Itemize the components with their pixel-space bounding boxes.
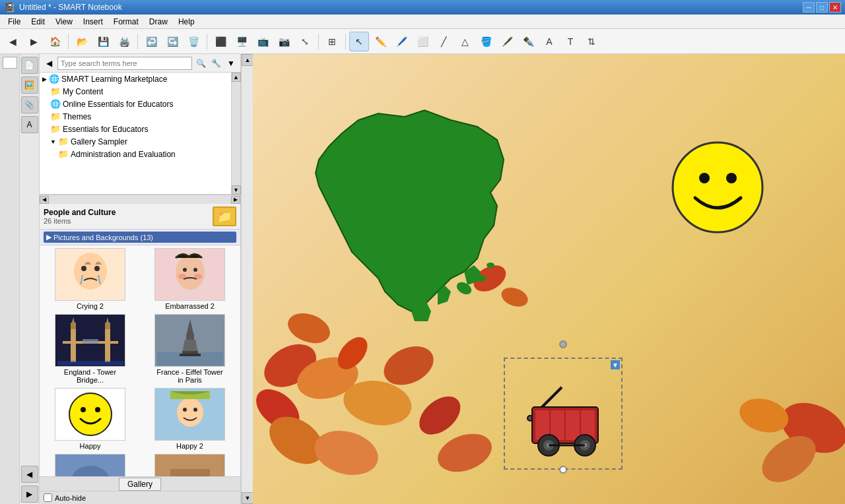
search-nav-back[interactable]: ◀ — [42, 57, 55, 70]
tree-item-mycontent[interactable]: 📁 My Content — [40, 85, 231, 98]
toolbar-extra[interactable]: ⇅ — [582, 32, 601, 51]
toolbar-pen2[interactable]: 🖋️ — [497, 32, 517, 51]
tree-item-online[interactable]: 🌐 Online Essentials for Educators — [40, 98, 231, 110]
maximize-button[interactable]: □ — [816, 2, 828, 13]
toolbar-eraser[interactable]: ⬜ — [413, 32, 432, 51]
svg-point-43 — [412, 389, 467, 442]
toolbar-pen3[interactable]: ✒️ — [518, 32, 538, 51]
close-button[interactable]: ✕ — [829, 2, 841, 13]
tree-item-smart[interactable]: ▶ 🌐 SMART Learning Marketplace — [40, 73, 231, 85]
svg-point-38 — [253, 381, 307, 437]
toolbar-open[interactable]: 📂 — [72, 32, 92, 51]
gallery-item-more1[interactable] — [42, 454, 138, 476]
titlebar: 📓 Untitled * - SMART Notebook ─ □ ✕ — [0, 0, 845, 15]
menu-edit[interactable]: Edit — [26, 16, 50, 28]
autohide-checkbox[interactable] — [44, 493, 52, 502]
toolbar-print[interactable]: 🖨️ — [114, 32, 134, 51]
wagon-resize-handle[interactable] — [559, 466, 567, 474]
toolbar-capture[interactable]: 📷 — [274, 32, 294, 51]
filter-label: Pictures and Backgrounds (13) — [53, 234, 153, 241]
wagon-menu-arrow[interactable]: ▼ — [611, 360, 620, 369]
menu-help[interactable]: Help — [173, 16, 200, 28]
toolbar-highlight[interactable]: 🖊️ — [391, 32, 411, 51]
tree-item-admin[interactable]: 📁 Administration and Evaluation — [40, 148, 231, 160]
toolbar-home[interactable]: 🏠 — [45, 32, 65, 51]
left-icon-gallery[interactable]: 🖼️ — [21, 77, 38, 94]
left-icon-attach[interactable]: 📎 — [21, 96, 38, 113]
tree-scroll-down[interactable]: ▼ — [232, 185, 241, 195]
minimize-button[interactable]: ─ — [803, 2, 815, 13]
toolbar-save[interactable]: 💾 — [93, 32, 113, 51]
toolbar-screen2[interactable]: 🖥️ — [232, 32, 252, 51]
tree-hscrollbar[interactable]: ◀ ▶ — [40, 195, 240, 204]
wagon-selection[interactable]: ▼ — [504, 358, 623, 470]
left-icon-text[interactable]: A — [21, 116, 38, 133]
tree-icon-admin: 📁 — [58, 149, 69, 159]
tree-label-mycontent: My Content — [63, 87, 103, 96]
gallery-item-crying2[interactable]: Crying 2 — [42, 248, 138, 310]
france-thumb — [155, 315, 224, 366]
tree-item-gallery[interactable]: ▼ 📁 Gallery Sampler — [40, 135, 231, 148]
toolbar-textcolor[interactable]: A — [539, 32, 559, 51]
search-options-button[interactable]: 🔧 — [209, 57, 222, 70]
menu-draw[interactable]: Draw — [144, 16, 173, 28]
tree-icon-online: 🌐 — [50, 99, 61, 109]
canvas-area[interactable]: ▼ — [253, 54, 845, 504]
toolbar-fill[interactable]: 🪣 — [476, 32, 496, 51]
tree-scroll-right[interactable]: ▶ — [231, 196, 240, 204]
search-input[interactable] — [57, 57, 192, 70]
filter-item-pictures[interactable]: ▶ Pictures and Backgrounds (13) — [44, 232, 236, 243]
svg-point-25 — [95, 407, 100, 412]
menu-format[interactable]: Format — [108, 16, 144, 28]
toolbar-screen3[interactable]: 📺 — [253, 32, 273, 51]
menu-file[interactable]: File — [3, 16, 26, 28]
gallery-item-england[interactable]: England - Tower Bridge... — [42, 314, 138, 384]
svg-point-54 — [673, 142, 762, 232]
tree-item-essentials[interactable]: 📁 Essentials for Educators — [40, 123, 231, 135]
toolbar-undo[interactable]: ↩️ — [141, 32, 161, 51]
gallery-item-more2[interactable] — [142, 454, 238, 476]
tree-scroll-up[interactable]: ▲ — [232, 73, 241, 82]
thumb-box-more1 — [55, 454, 125, 476]
menu-view[interactable]: View — [50, 16, 78, 28]
gallery-item-embarrassed2[interactable]: Embarrassed 2 — [142, 248, 238, 310]
toolbar-resize[interactable]: ⤡ — [295, 32, 315, 51]
toolbar-redo[interactable]: ↪️ — [162, 32, 182, 51]
gallery-item-happy2[interactable]: Happy 2 — [142, 388, 238, 450]
page-thumb-1[interactable] — [3, 57, 17, 69]
tree-vscrollbar[interactable]: ▲ ▼ — [231, 73, 240, 195]
svg-rect-15 — [57, 361, 123, 365]
left-icon-nav-right[interactable]: ▶ — [21, 486, 38, 503]
toolbar-delete[interactable]: 🗑️ — [184, 32, 203, 51]
wagon-handle-circle[interactable] — [559, 340, 567, 348]
tree-scroll-left[interactable]: ◀ — [40, 196, 49, 204]
toolbar-text[interactable]: T — [560, 32, 580, 51]
asia-map — [306, 107, 510, 327]
toolbar-forward[interactable]: ▶ — [24, 32, 44, 51]
wagon-svg — [512, 367, 615, 460]
toolbar-pen[interactable]: ✏️ — [370, 32, 390, 51]
search-button[interactable]: 🔍 — [194, 57, 207, 70]
gallery-item-happy[interactable]: Happy — [42, 388, 138, 450]
toolbar-line[interactable]: ╱ — [434, 32, 454, 51]
page-scroll-down[interactable]: ▼ — [242, 492, 254, 504]
window-controls[interactable]: ─ □ ✕ — [803, 2, 841, 13]
toolbar-shapes[interactable]: △ — [455, 32, 475, 51]
toolbar-screen1[interactable]: ⬛ — [211, 32, 230, 51]
gallery-item-france[interactable]: France - Eiffel Tower in Paris — [142, 314, 238, 384]
toolbar-select[interactable]: ↖ — [349, 32, 369, 51]
search-dropdown[interactable]: ▼ — [224, 57, 238, 70]
page-scroll-up[interactable]: ▲ — [242, 54, 254, 66]
tree-item-themes[interactable]: 📁 Themes — [40, 110, 231, 123]
toolbar-table[interactable]: ⊞ — [322, 32, 342, 51]
smiley-face — [670, 140, 766, 237]
gallery-button[interactable]: Gallery — [119, 478, 161, 491]
left-icon-page[interactable]: 📄 — [21, 57, 38, 74]
toolbar-back[interactable]: ◀ — [3, 32, 22, 51]
menu-insert[interactable]: Insert — [78, 16, 108, 28]
app-icon: 📓 — [4, 2, 15, 13]
tree-icon-themes: 📁 — [50, 111, 61, 121]
svg-point-29 — [193, 408, 197, 412]
left-icon-nav-left[interactable]: ◀ — [21, 466, 38, 483]
svg-rect-9 — [71, 326, 76, 362]
